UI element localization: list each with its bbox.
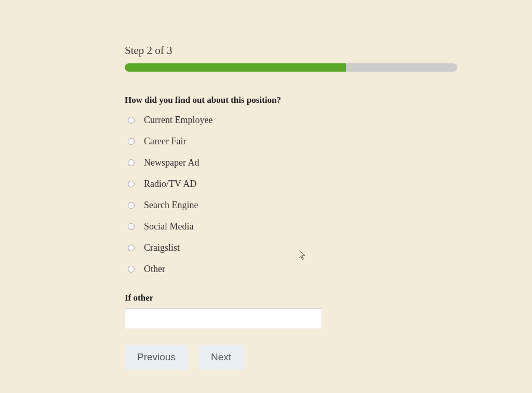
option-label[interactable]: Newspaper Ad	[144, 157, 199, 168]
radio-career-fair[interactable]	[128, 138, 135, 145]
progress-fill	[125, 63, 346, 72]
option-row[interactable]: Current Employee	[128, 115, 454, 126]
if-other-input[interactable]	[125, 308, 322, 329]
option-label[interactable]: Career Fair	[144, 136, 186, 147]
radio-other[interactable]	[128, 266, 135, 273]
radio-current-employee[interactable]	[128, 117, 135, 124]
options-group: Current Employee Career Fair Newspaper A…	[128, 115, 454, 275]
option-row[interactable]: Search Engine	[128, 200, 454, 211]
option-label[interactable]: Craigslist	[144, 242, 180, 253]
radio-radio-tv-ad[interactable]	[128, 181, 135, 187]
option-row[interactable]: Craigslist	[128, 242, 454, 253]
option-label[interactable]: Other	[144, 264, 165, 275]
option-label[interactable]: Social Media	[144, 221, 193, 232]
option-row[interactable]: Radio/TV AD	[128, 179, 454, 189]
option-label[interactable]: Radio/TV AD	[144, 179, 196, 189]
step-label: Step 2 of 3	[125, 44, 454, 57]
next-button[interactable]: Next	[198, 345, 244, 370]
option-row[interactable]: Social Media	[128, 221, 454, 232]
radio-social-media[interactable]	[128, 223, 135, 230]
if-other-label: If other	[125, 293, 454, 303]
previous-button[interactable]: Previous	[125, 345, 188, 370]
question-text: How did you find out about this position…	[125, 95, 454, 105]
option-row[interactable]: Newspaper Ad	[128, 157, 454, 168]
button-row: Previous Next	[125, 345, 454, 370]
option-label[interactable]: Search Engine	[144, 200, 198, 211]
option-label[interactable]: Current Employee	[144, 115, 212, 126]
radio-craigslist[interactable]	[128, 245, 135, 251]
option-row[interactable]: Career Fair	[128, 136, 454, 147]
radio-search-engine[interactable]	[128, 202, 135, 209]
radio-newspaper-ad[interactable]	[128, 159, 135, 166]
option-row[interactable]: Other	[128, 264, 454, 275]
progress-bar	[125, 63, 457, 72]
